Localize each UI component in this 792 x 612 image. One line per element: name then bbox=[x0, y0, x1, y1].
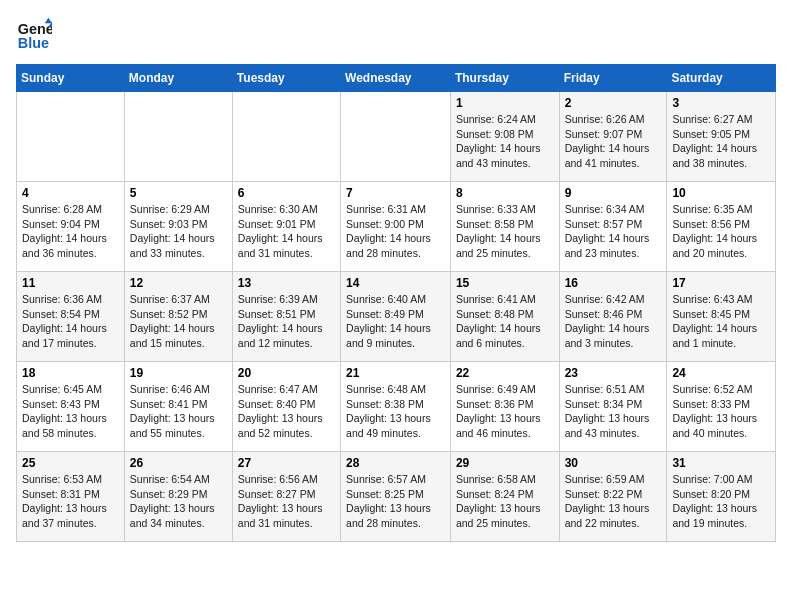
day-info: Sunrise: 6:34 AM Sunset: 8:57 PM Dayligh… bbox=[565, 202, 662, 261]
day-info: Sunrise: 6:31 AM Sunset: 9:00 PM Dayligh… bbox=[346, 202, 445, 261]
day-number: 21 bbox=[346, 366, 445, 380]
day-info: Sunrise: 6:51 AM Sunset: 8:34 PM Dayligh… bbox=[565, 382, 662, 441]
calendar-cell bbox=[124, 92, 232, 182]
day-number: 26 bbox=[130, 456, 227, 470]
day-info: Sunrise: 6:48 AM Sunset: 8:38 PM Dayligh… bbox=[346, 382, 445, 441]
calendar-cell: 15Sunrise: 6:41 AM Sunset: 8:48 PM Dayli… bbox=[450, 272, 559, 362]
logo: General Blue bbox=[16, 16, 56, 52]
calendar-week-row: 11Sunrise: 6:36 AM Sunset: 8:54 PM Dayli… bbox=[17, 272, 776, 362]
day-info: Sunrise: 6:36 AM Sunset: 8:54 PM Dayligh… bbox=[22, 292, 119, 351]
day-info: Sunrise: 6:59 AM Sunset: 8:22 PM Dayligh… bbox=[565, 472, 662, 531]
day-number: 15 bbox=[456, 276, 554, 290]
day-info: Sunrise: 6:54 AM Sunset: 8:29 PM Dayligh… bbox=[130, 472, 227, 531]
calendar-header: SundayMondayTuesdayWednesdayThursdayFrid… bbox=[17, 65, 776, 92]
day-number: 2 bbox=[565, 96, 662, 110]
day-info: Sunrise: 6:33 AM Sunset: 8:58 PM Dayligh… bbox=[456, 202, 554, 261]
day-number: 3 bbox=[672, 96, 770, 110]
day-number: 31 bbox=[672, 456, 770, 470]
calendar-cell: 11Sunrise: 6:36 AM Sunset: 8:54 PM Dayli… bbox=[17, 272, 125, 362]
calendar-cell: 19Sunrise: 6:46 AM Sunset: 8:41 PM Dayli… bbox=[124, 362, 232, 452]
page-header: General Blue bbox=[16, 16, 776, 52]
day-info: Sunrise: 6:57 AM Sunset: 8:25 PM Dayligh… bbox=[346, 472, 445, 531]
calendar-cell: 5Sunrise: 6:29 AM Sunset: 9:03 PM Daylig… bbox=[124, 182, 232, 272]
day-info: Sunrise: 6:52 AM Sunset: 8:33 PM Dayligh… bbox=[672, 382, 770, 441]
day-info: Sunrise: 6:35 AM Sunset: 8:56 PM Dayligh… bbox=[672, 202, 770, 261]
day-info: Sunrise: 6:47 AM Sunset: 8:40 PM Dayligh… bbox=[238, 382, 335, 441]
day-of-week-header: Thursday bbox=[450, 65, 559, 92]
calendar-cell: 1Sunrise: 6:24 AM Sunset: 9:08 PM Daylig… bbox=[450, 92, 559, 182]
calendar-cell: 25Sunrise: 6:53 AM Sunset: 8:31 PM Dayli… bbox=[17, 452, 125, 542]
day-number: 11 bbox=[22, 276, 119, 290]
calendar-cell: 24Sunrise: 6:52 AM Sunset: 8:33 PM Dayli… bbox=[667, 362, 776, 452]
day-info: Sunrise: 6:58 AM Sunset: 8:24 PM Dayligh… bbox=[456, 472, 554, 531]
calendar-cell: 4Sunrise: 6:28 AM Sunset: 9:04 PM Daylig… bbox=[17, 182, 125, 272]
calendar-cell: 31Sunrise: 7:00 AM Sunset: 8:20 PM Dayli… bbox=[667, 452, 776, 542]
day-info: Sunrise: 6:46 AM Sunset: 8:41 PM Dayligh… bbox=[130, 382, 227, 441]
calendar-cell: 28Sunrise: 6:57 AM Sunset: 8:25 PM Dayli… bbox=[341, 452, 451, 542]
day-info: Sunrise: 6:29 AM Sunset: 9:03 PM Dayligh… bbox=[130, 202, 227, 261]
day-info: Sunrise: 6:56 AM Sunset: 8:27 PM Dayligh… bbox=[238, 472, 335, 531]
calendar-cell: 8Sunrise: 6:33 AM Sunset: 8:58 PM Daylig… bbox=[450, 182, 559, 272]
day-number: 29 bbox=[456, 456, 554, 470]
calendar-cell: 6Sunrise: 6:30 AM Sunset: 9:01 PM Daylig… bbox=[232, 182, 340, 272]
day-number: 10 bbox=[672, 186, 770, 200]
day-info: Sunrise: 7:00 AM Sunset: 8:20 PM Dayligh… bbox=[672, 472, 770, 531]
calendar-cell: 29Sunrise: 6:58 AM Sunset: 8:24 PM Dayli… bbox=[450, 452, 559, 542]
calendar-cell bbox=[17, 92, 125, 182]
calendar-week-row: 25Sunrise: 6:53 AM Sunset: 8:31 PM Dayli… bbox=[17, 452, 776, 542]
calendar-cell: 17Sunrise: 6:43 AM Sunset: 8:45 PM Dayli… bbox=[667, 272, 776, 362]
day-number: 5 bbox=[130, 186, 227, 200]
calendar-cell: 22Sunrise: 6:49 AM Sunset: 8:36 PM Dayli… bbox=[450, 362, 559, 452]
day-info: Sunrise: 6:53 AM Sunset: 8:31 PM Dayligh… bbox=[22, 472, 119, 531]
day-info: Sunrise: 6:30 AM Sunset: 9:01 PM Dayligh… bbox=[238, 202, 335, 261]
calendar-cell: 13Sunrise: 6:39 AM Sunset: 8:51 PM Dayli… bbox=[232, 272, 340, 362]
day-info: Sunrise: 6:45 AM Sunset: 8:43 PM Dayligh… bbox=[22, 382, 119, 441]
day-info: Sunrise: 6:27 AM Sunset: 9:05 PM Dayligh… bbox=[672, 112, 770, 171]
calendar-week-row: 4Sunrise: 6:28 AM Sunset: 9:04 PM Daylig… bbox=[17, 182, 776, 272]
day-number: 20 bbox=[238, 366, 335, 380]
day-number: 17 bbox=[672, 276, 770, 290]
day-of-week-header: Tuesday bbox=[232, 65, 340, 92]
day-number: 28 bbox=[346, 456, 445, 470]
calendar-cell: 2Sunrise: 6:26 AM Sunset: 9:07 PM Daylig… bbox=[559, 92, 667, 182]
day-number: 1 bbox=[456, 96, 554, 110]
day-number: 27 bbox=[238, 456, 335, 470]
day-number: 6 bbox=[238, 186, 335, 200]
day-info: Sunrise: 6:28 AM Sunset: 9:04 PM Dayligh… bbox=[22, 202, 119, 261]
calendar-cell bbox=[341, 92, 451, 182]
calendar-body: 1Sunrise: 6:24 AM Sunset: 9:08 PM Daylig… bbox=[17, 92, 776, 542]
day-number: 8 bbox=[456, 186, 554, 200]
logo-icon: General Blue bbox=[16, 16, 52, 52]
calendar-cell: 21Sunrise: 6:48 AM Sunset: 8:38 PM Dayli… bbox=[341, 362, 451, 452]
day-number: 25 bbox=[22, 456, 119, 470]
day-info: Sunrise: 6:40 AM Sunset: 8:49 PM Dayligh… bbox=[346, 292, 445, 351]
calendar-cell: 23Sunrise: 6:51 AM Sunset: 8:34 PM Dayli… bbox=[559, 362, 667, 452]
day-of-week-header: Wednesday bbox=[341, 65, 451, 92]
day-info: Sunrise: 6:39 AM Sunset: 8:51 PM Dayligh… bbox=[238, 292, 335, 351]
day-number: 9 bbox=[565, 186, 662, 200]
day-info: Sunrise: 6:42 AM Sunset: 8:46 PM Dayligh… bbox=[565, 292, 662, 351]
calendar-cell: 9Sunrise: 6:34 AM Sunset: 8:57 PM Daylig… bbox=[559, 182, 667, 272]
calendar-table: SundayMondayTuesdayWednesdayThursdayFrid… bbox=[16, 64, 776, 542]
day-info: Sunrise: 6:37 AM Sunset: 8:52 PM Dayligh… bbox=[130, 292, 227, 351]
calendar-cell: 27Sunrise: 6:56 AM Sunset: 8:27 PM Dayli… bbox=[232, 452, 340, 542]
day-number: 12 bbox=[130, 276, 227, 290]
day-info: Sunrise: 6:43 AM Sunset: 8:45 PM Dayligh… bbox=[672, 292, 770, 351]
day-number: 4 bbox=[22, 186, 119, 200]
day-number: 14 bbox=[346, 276, 445, 290]
day-of-week-header: Saturday bbox=[667, 65, 776, 92]
day-number: 18 bbox=[22, 366, 119, 380]
calendar-week-row: 1Sunrise: 6:24 AM Sunset: 9:08 PM Daylig… bbox=[17, 92, 776, 182]
day-of-week-header: Friday bbox=[559, 65, 667, 92]
day-of-week-header: Monday bbox=[124, 65, 232, 92]
calendar-cell: 16Sunrise: 6:42 AM Sunset: 8:46 PM Dayli… bbox=[559, 272, 667, 362]
calendar-cell: 26Sunrise: 6:54 AM Sunset: 8:29 PM Dayli… bbox=[124, 452, 232, 542]
calendar-cell: 3Sunrise: 6:27 AM Sunset: 9:05 PM Daylig… bbox=[667, 92, 776, 182]
day-number: 19 bbox=[130, 366, 227, 380]
day-number: 22 bbox=[456, 366, 554, 380]
day-number: 16 bbox=[565, 276, 662, 290]
calendar-cell: 18Sunrise: 6:45 AM Sunset: 8:43 PM Dayli… bbox=[17, 362, 125, 452]
day-info: Sunrise: 6:41 AM Sunset: 8:48 PM Dayligh… bbox=[456, 292, 554, 351]
calendar-cell: 14Sunrise: 6:40 AM Sunset: 8:49 PM Dayli… bbox=[341, 272, 451, 362]
day-number: 24 bbox=[672, 366, 770, 380]
